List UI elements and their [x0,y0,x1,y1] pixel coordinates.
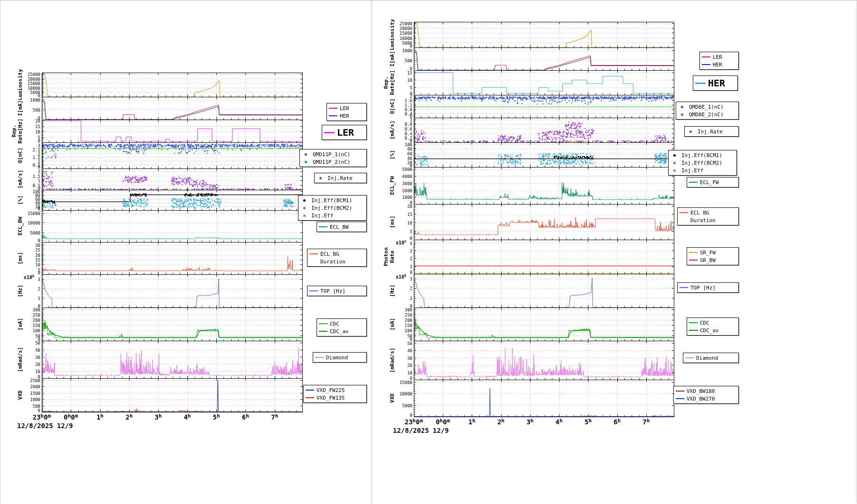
legend-item: CDC [689,319,737,327]
legend-line-marker-icon [676,391,684,392]
legend-line-marker-icon [329,115,337,116]
legend-item-label: Diamond [326,355,348,361]
legend-item-label: VXD_BW270 [687,396,715,402]
legend-item: VXD_BW180 [676,387,737,395]
legend-box-ler-3: Inj.Rate [314,173,367,183]
legend-item-label: LER [337,127,354,138]
legend-line-marker-icon [689,330,698,331]
legend-item: QMD11P_1(nC) [302,150,365,158]
legend-box-ler-7: TOP [Hz] [307,286,367,296]
legend-item: ECL_BW [319,223,365,231]
legend-item: QMD8E_1(nC) [678,103,737,111]
legend-item: QMD8E_2(nC) [678,111,737,118]
legend-item-label: Duration [690,217,716,224]
legend-item: ECL BG [680,209,737,216]
legend-line-marker-icon [676,398,684,399]
legend-line-marker-icon [324,132,335,133]
legend-item-label: QMD8E_2(nC) [689,112,724,118]
legend-item-label: CDC_av [700,327,719,334]
legend-box-ler-9: Diamond [313,352,367,363]
legend-item: ECL_FW [689,178,737,186]
legend-item-label: Duration [320,259,345,265]
legend-item-label: VXD_FW135 [317,395,345,401]
legend-box-ler-10: VXD_FW225VXD_FW135 [303,385,367,403]
legend-item-label: ECL BG [320,251,339,257]
legend-line-marker-icon [306,390,314,391]
legend-item-label: HER [708,77,725,89]
legend-line-marker-icon [689,260,698,261]
legend-box-her-6: ECL BGDuration [677,207,739,225]
legend-line-marker-icon [306,397,314,398]
legend-item-label: HER [340,113,349,119]
legend-item: Inj.Eff(BCM2) [671,159,735,167]
legend-line-marker-icon [309,253,318,254]
legend-item-label: TOP [Hz] [320,288,345,294]
legend-box-ler-6: ECL BGDuration [307,249,367,267]
legend-box-her-11: VXD_BW180VXD_BW270 [673,386,739,404]
legend-item: HER [695,77,736,89]
legend-line-marker-icon [309,290,318,291]
date-label-right-next: 12/9 [433,427,449,434]
legend-line-marker-icon [680,212,688,213]
legend-item-label: ECL_FW [700,179,719,186]
legend-item-label: VXD_BW180 [687,388,715,394]
legend-item-label: LER [713,54,722,60]
legend-box-her-8: TOP [Hz] [677,282,739,293]
legend-item-label: HER [713,62,722,68]
legend-item: VXD_BW270 [676,395,737,402]
legend-item: Diamond [315,354,365,361]
legend-item-label: SR_BW [700,257,716,263]
legend-item: Inj.Eff [300,212,365,219]
legend-dot-marker-icon [673,162,676,164]
legend-line-marker-icon [702,64,710,65]
legend-item: Duration [680,216,737,224]
legend-item-label: CDC [700,320,709,326]
legend-item: Inj.Eff(BCM2) [300,204,365,212]
legend-item-label: CDC [330,321,339,327]
legend-item-label: Diamond [696,355,718,361]
legend-line-marker-icon [695,83,706,84]
legend-item-label: Inj.Eff(BCM1) [311,197,352,204]
legend-item-label: Inj.Eff(BCM2) [681,160,722,166]
legend-box-her-1: HER [693,75,738,91]
legend-item-label: Inj.Eff(BCM1) [681,152,722,159]
legend-dot-marker-icon [303,199,306,202]
legend-item-label: ECL BG [690,210,709,216]
legend-box-her-0: LERHER [699,52,739,70]
date-label-right-start: 12/8/2025 [393,427,429,434]
legend-line-marker-icon [702,56,710,57]
legend-box-her-7: SR_FWSR_BW [687,247,739,265]
legend-line-marker-icon [315,357,324,358]
legend-item: HER [702,61,737,68]
legend-item: Inj.Eff [671,167,735,174]
legend-line-marker-icon [319,226,327,227]
legend-item-label: QMD11P_2(nC) [313,159,350,165]
legend-line-marker-icon [689,322,698,323]
legend-item-label: CDC_av [330,328,349,335]
legend-item-label: SR_FW [700,250,716,256]
legend-item: VXD_FW135 [306,394,365,401]
legend-box-ler-8: CDCCDC_av [317,318,367,336]
legend-item: CDC [319,320,365,327]
legend-line-marker-icon [689,182,698,183]
date-label-left-start: 12/8/2025 [17,422,53,429]
legend-dot-marker-icon [673,169,676,172]
legend-item-label: VXD_FW225 [317,387,345,393]
legend-item: TOP [Hz] [680,284,737,291]
legend-box-her-4: Inj.Eff(BCM1)Inj.Eff(BCM2)Inj.Eff [668,150,737,176]
legend-box-ler-1: LER [322,125,367,140]
legend-box-her-2: QMD8E_1(nC)QMD8E_2(nC) [676,102,739,120]
legend-item-label: Inj.Eff [311,213,333,219]
legend-item: SR_BW [689,256,737,264]
legend-line-marker-icon [685,357,694,358]
legend-box-her-3: Inj.Rate [684,126,739,137]
legend-item: LER [324,126,365,139]
legend-line-marker-icon [319,323,327,324]
legend-item-label: TOP [Hz] [690,285,716,291]
legend-dot-marker-icon [303,207,306,209]
legend-item: Inj.Eff(BCM1) [300,196,365,204]
legend-dot-marker-icon [689,131,692,133]
legend-box-her-5: ECL_FW [687,177,739,187]
legend-item: CDC_av [319,327,365,335]
legend-item-label: QMD11P_1(nC) [313,151,350,158]
